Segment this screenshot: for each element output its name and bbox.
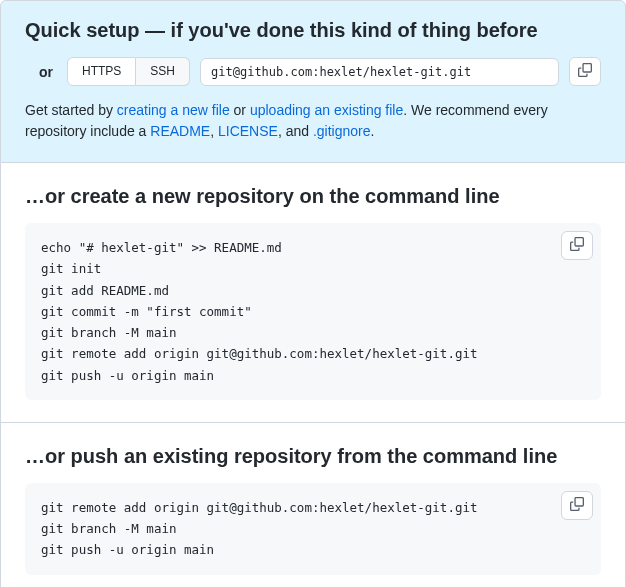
copy-push-code-button[interactable] — [561, 491, 593, 520]
clipboard-icon — [570, 237, 584, 254]
https-button[interactable]: HTTPS — [67, 57, 136, 85]
create-code-block[interactable]: echo "# hexlet-git" >> README.md git ini… — [25, 223, 601, 400]
setup-row: or HTTPS SSH — [25, 57, 601, 86]
ssh-button[interactable]: SSH — [136, 57, 190, 85]
clipboard-icon — [578, 63, 592, 80]
push-code-wrapper: git remote add origin git@github.com:hex… — [25, 483, 601, 575]
quick-setup-heading: Quick setup — if you've done this kind o… — [25, 17, 601, 43]
create-code-wrapper: echo "# hexlet-git" >> README.md git ini… — [25, 223, 601, 400]
quick-setup-panel: Quick setup — if you've done this kind o… — [0, 0, 626, 163]
protocol-button-group: HTTPS SSH — [67, 57, 190, 85]
copy-create-code-button[interactable] — [561, 231, 593, 260]
license-link[interactable]: LICENSE — [218, 123, 278, 139]
push-repo-panel: …or push an existing repository from the… — [0, 423, 626, 587]
create-file-link[interactable]: creating a new file — [117, 102, 230, 118]
clipboard-icon — [570, 497, 584, 514]
copy-url-button[interactable] — [569, 57, 601, 86]
create-repo-panel: …or create a new repository on the comma… — [0, 163, 626, 423]
readme-link[interactable]: README — [150, 123, 210, 139]
push-repo-heading: …or push an existing repository from the… — [25, 443, 601, 469]
gitignore-link[interactable]: .gitignore — [313, 123, 371, 139]
push-code-block[interactable]: git remote add origin git@github.com:hex… — [25, 483, 601, 575]
create-repo-heading: …or create a new repository on the comma… — [25, 183, 601, 209]
help-text: Get started by creating a new file or up… — [25, 100, 601, 142]
upload-file-link[interactable]: uploading an existing file — [250, 102, 403, 118]
repo-url-input[interactable] — [200, 58, 559, 86]
or-label: or — [39, 64, 53, 80]
